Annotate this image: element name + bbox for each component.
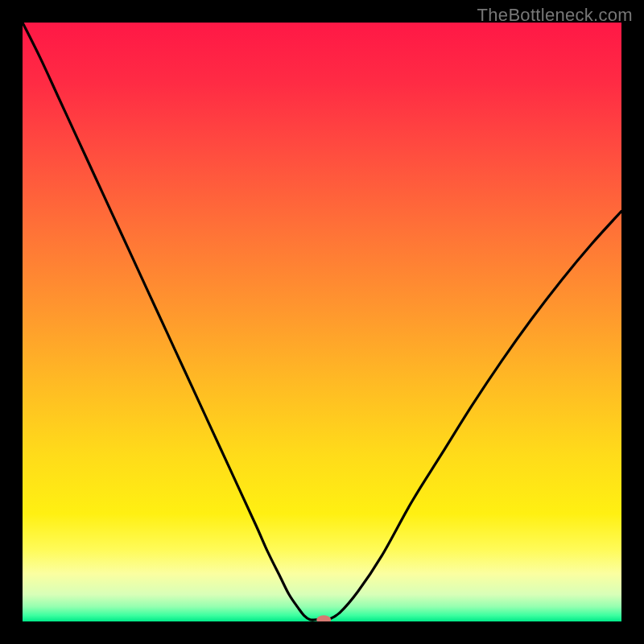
curve-layer (23, 23, 621, 621)
plot-area (23, 23, 621, 621)
optimum-marker (316, 615, 331, 621)
watermark-text: TheBottleneck.com (477, 5, 633, 26)
chart-container: TheBottleneck.com (0, 0, 644, 644)
bottleneck-curve (23, 23, 621, 620)
